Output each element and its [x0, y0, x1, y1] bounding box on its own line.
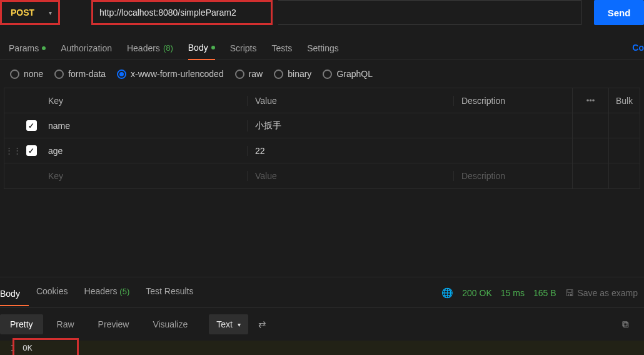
- response-body-viewer[interactable]: 1 OK: [0, 341, 644, 355]
- radio-raw-label: raw: [249, 69, 263, 79]
- wrap-lines-icon[interactable]: ⇄: [252, 315, 273, 334]
- row-checkbox[interactable]: ✓: [26, 145, 37, 156]
- table-row-new: Key Value Description: [4, 163, 640, 188]
- radio-icon: [54, 69, 64, 79]
- save-icon: 🖫: [565, 288, 574, 298]
- radio-none-label: none: [24, 69, 43, 79]
- response-tab-headers-label: Headers: [84, 286, 118, 296]
- bulk-edit-button[interactable]: Bulk: [608, 88, 640, 113]
- radio-none[interactable]: none: [10, 69, 43, 79]
- cell-value[interactable]: 小扳手: [247, 120, 453, 131]
- cookies-link[interactable]: Co: [632, 43, 644, 53]
- view-preview[interactable]: Preview: [88, 314, 139, 334]
- radio-form-data-label: form-data: [68, 69, 106, 79]
- save-as-example-label: Save as examp: [578, 288, 638, 298]
- response-format-select[interactable]: Text ▾: [209, 314, 248, 334]
- tab-body[interactable]: Body: [188, 38, 215, 60]
- response-tab-test-results[interactable]: Test Results: [146, 284, 202, 302]
- tab-authorization[interactable]: Authorization: [61, 38, 112, 59]
- radio-icon: [10, 69, 19, 79]
- radio-icon: [274, 69, 283, 79]
- cell-key[interactable]: name: [41, 121, 247, 131]
- table-row: ⋮⋮ ✓ age 22: [4, 138, 640, 163]
- response-headers-count: (5): [119, 287, 129, 296]
- http-method-label: POST: [11, 8, 34, 18]
- table-row: ✓ name 小扳手: [4, 113, 640, 138]
- body-params-table: Key Value Description ••• Bulk ✓ name 小扳…: [4, 88, 640, 189]
- tab-params-label: Params: [9, 43, 39, 53]
- tab-headers-label: Headers: [127, 43, 160, 53]
- chevron-down-icon: ▾: [238, 321, 241, 328]
- cell-value[interactable]: 22: [247, 146, 453, 156]
- cell-key[interactable]: age: [41, 146, 247, 156]
- line-number: 1: [0, 343, 23, 352]
- response-panel: Body Cookies Headers (5) Test Results 🌐 …: [0, 277, 644, 355]
- cell-key-placeholder[interactable]: Key: [41, 171, 247, 181]
- code-line: 1 OK: [0, 341, 644, 355]
- status-code: 200 OK: [462, 288, 491, 298]
- view-pretty[interactable]: Pretty: [0, 314, 43, 334]
- view-visualize[interactable]: Visualize: [143, 314, 198, 334]
- globe-icon[interactable]: 🌐: [441, 287, 453, 299]
- copy-icon[interactable]: ⧉: [613, 315, 638, 334]
- response-view-toolbar: Pretty Raw Preview Visualize Text ▾ ⇄ ⧉: [0, 308, 644, 341]
- radio-urlencoded-label: x-www-form-urlencoded: [131, 69, 224, 79]
- radio-binary-label: binary: [288, 69, 311, 79]
- radio-urlencoded[interactable]: x-www-form-urlencoded: [117, 69, 224, 79]
- radio-form-data[interactable]: form-data: [54, 69, 106, 79]
- tab-settings[interactable]: Settings: [307, 38, 339, 59]
- radio-graphql[interactable]: GraphQL: [323, 69, 373, 79]
- view-raw[interactable]: Raw: [47, 314, 84, 334]
- col-value: Value: [247, 96, 453, 106]
- http-method-select[interactable]: POST ▾: [0, 0, 60, 25]
- response-tab-body[interactable]: Body: [0, 286, 29, 306]
- tab-headers[interactable]: Headers (8): [127, 38, 173, 59]
- response-meta: 🌐 200 OK 15 ms 165 B 🖫 Save as examp: [441, 287, 644, 299]
- body-indicator-dot: [211, 46, 215, 49]
- col-key: Key: [41, 96, 247, 106]
- tab-body-label: Body: [188, 43, 208, 53]
- table-header-row: Key Value Description ••• Bulk: [4, 88, 640, 113]
- response-size: 165 B: [533, 288, 556, 298]
- code-text: OK: [23, 343, 33, 352]
- response-tab-cookies[interactable]: Cookies: [36, 284, 77, 302]
- chevron-down-icon: ▾: [49, 9, 52, 16]
- response-tabs: Body Cookies Headers (5) Test Results 🌐 …: [0, 277, 644, 308]
- radio-graphql-label: GraphQL: [336, 69, 373, 79]
- params-indicator-dot: [42, 46, 46, 50]
- more-options-icon[interactable]: •••: [572, 88, 608, 113]
- radio-binary[interactable]: binary: [274, 69, 311, 79]
- response-format-label: Text: [216, 319, 233, 329]
- response-tab-headers[interactable]: Headers (5): [84, 284, 139, 302]
- request-url-text: http://localhost:8080/simpleParam2: [99, 8, 236, 18]
- response-time: 15 ms: [501, 288, 525, 298]
- radio-icon: [323, 69, 332, 79]
- tab-tests[interactable]: Tests: [271, 38, 292, 59]
- drag-handle-icon[interactable]: ⋮⋮: [4, 146, 22, 155]
- tab-params[interactable]: Params: [9, 38, 46, 59]
- radio-icon-checked: [117, 69, 126, 79]
- request-tabs: Params Authorization Headers (8) Body Sc…: [0, 34, 644, 60]
- request-url-remainder[interactable]: [278, 0, 581, 25]
- radio-raw[interactable]: raw: [235, 69, 263, 79]
- headers-count: (8): [163, 43, 173, 53]
- cell-description-placeholder[interactable]: Description: [453, 171, 572, 181]
- col-description: Description: [453, 96, 572, 106]
- request-url-input[interactable]: http://localhost:8080/simpleParam2: [91, 0, 273, 25]
- row-checkbox[interactable]: ✓: [26, 120, 37, 131]
- tab-scripts[interactable]: Scripts: [230, 38, 257, 59]
- body-type-radios: none form-data x-www-form-urlencoded raw…: [0, 60, 644, 88]
- cell-value-placeholder[interactable]: Value: [247, 171, 453, 181]
- send-button[interactable]: Send: [594, 0, 644, 25]
- save-as-example-button[interactable]: 🖫 Save as examp: [565, 288, 638, 298]
- radio-icon: [235, 69, 244, 79]
